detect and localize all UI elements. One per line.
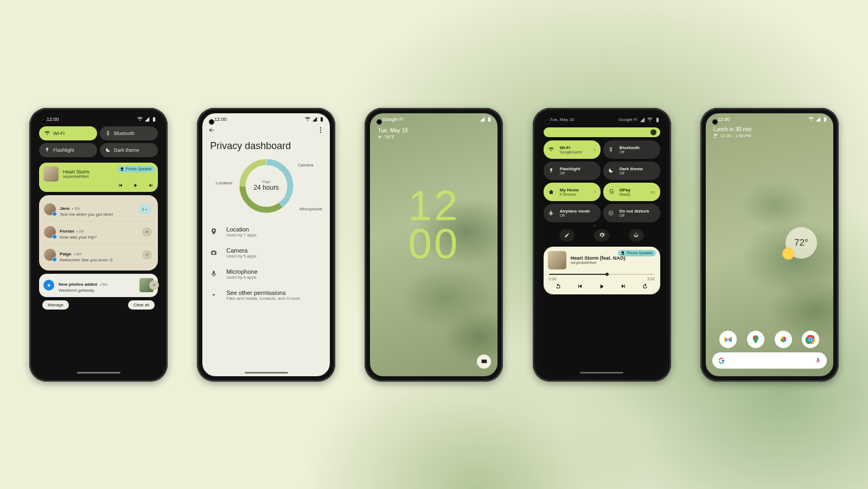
media-title: Heart Storm (feat. NAO) xyxy=(571,255,626,261)
forward-button[interactable] xyxy=(642,283,648,289)
media-progress[interactable] xyxy=(549,274,655,275)
back-button[interactable] xyxy=(208,126,215,134)
permission-see-more[interactable]: See other permissionsFiles and media, co… xyxy=(202,285,330,306)
wallet-shortcut-button[interactable] xyxy=(477,355,491,369)
tile-airplane[interactable]: Airplane modeOff xyxy=(544,204,601,222)
brightness-slider[interactable] xyxy=(544,127,660,137)
conversation-group: Jane • 2m Text me when you get here! 2 F… xyxy=(39,195,158,271)
wifi-status-icon xyxy=(305,117,310,122)
search-bar[interactable] xyxy=(712,352,827,369)
ring-label-large: 24 hours xyxy=(253,184,279,191)
avatar xyxy=(44,226,56,238)
perm-sub: Used by 7 apps xyxy=(226,233,257,237)
speaker-icon xyxy=(621,251,625,255)
prev-button[interactable] xyxy=(118,183,123,188)
avatar xyxy=(44,203,56,215)
play-button[interactable] xyxy=(598,283,605,290)
google-logo-icon xyxy=(718,357,725,364)
notif-jane[interactable]: Jane • 2m Text me when you get here! 2 xyxy=(43,198,154,221)
gmail-icon xyxy=(723,334,733,344)
maps-app[interactable] xyxy=(747,331,764,348)
tile-flashlight[interactable]: FlashlightOff xyxy=(544,162,601,180)
page-title: Privacy dashboard xyxy=(210,140,322,152)
wifi-icon xyxy=(548,147,554,152)
ring-label-small: Past xyxy=(263,180,270,184)
calendar-icon xyxy=(713,133,718,138)
notif-count-expander[interactable]: 2 xyxy=(138,204,152,214)
camera-hole xyxy=(712,119,718,125)
notif-sender: Florian xyxy=(60,229,74,234)
tile-darktheme[interactable]: Dark themeOff xyxy=(603,162,660,180)
camera-icon xyxy=(210,249,218,256)
mic-icon[interactable] xyxy=(815,357,821,364)
tile-bluetooth[interactable]: BluetoothOff xyxy=(603,140,660,159)
edit-icon xyxy=(564,232,570,238)
qs-wifi-tile[interactable]: Wi-Fi xyxy=(39,126,97,140)
next-button[interactable] xyxy=(620,283,627,289)
tile-dnd[interactable]: Do not disturbOff xyxy=(603,204,660,222)
lock-clock: 12 00 xyxy=(370,186,497,262)
tile-wifi[interactable]: Wi-FiGoogleGuest› xyxy=(544,140,601,159)
perm-sub: Used by 6 apps xyxy=(226,275,257,280)
avatar xyxy=(44,249,56,261)
media-card-expanded[interactable]: Phone Speaker Heart Storm (feat. NAO) se… xyxy=(544,247,660,294)
clear-all-button[interactable]: Clear all xyxy=(128,300,155,310)
notif-meta: • 2m xyxy=(74,252,81,256)
notif-footer: Manage Clear all xyxy=(35,300,162,310)
chrome-app[interactable] xyxy=(802,331,819,348)
dnd-icon xyxy=(608,210,614,216)
output-chip[interactable]: Phone Speaker xyxy=(618,250,655,256)
replay-button[interactable] xyxy=(555,283,561,289)
system-shortcuts xyxy=(538,229,666,244)
overflow-menu-button[interactable] xyxy=(317,126,324,134)
bluetooth-icon xyxy=(105,131,111,136)
gesture-nav-bar[interactable] xyxy=(580,372,623,374)
tile-home[interactable]: My Home6 Devices› xyxy=(544,183,601,201)
power-button[interactable] xyxy=(629,229,644,241)
qs-darktheme-tile[interactable]: Dark theme xyxy=(100,143,158,157)
perm-title: See other permissions xyxy=(226,289,300,296)
notif-expander[interactable] xyxy=(149,280,159,290)
weather-temp: 72° xyxy=(794,237,808,248)
next-button[interactable] xyxy=(148,183,154,188)
wifi-status-icon xyxy=(647,117,653,123)
phone-lockscreen: Google Fi Tue, May 18 ☀ 76°F 12 00 xyxy=(365,108,503,382)
notif-meta: • 2m xyxy=(76,229,84,233)
gesture-nav-bar[interactable] xyxy=(77,372,120,374)
permission-location[interactable]: LocationUsed by 7 apps xyxy=(202,221,330,242)
notif-florian[interactable]: Florian • 2m How was your trip? xyxy=(43,221,154,243)
photos-notification[interactable]: ✦ New photos added • 5m Weekend getaway xyxy=(39,274,158,297)
usage-ring-chart: Past 24 hours Location Camera Microphone xyxy=(237,156,296,216)
notif-expander[interactable] xyxy=(142,227,152,237)
chevron-down-icon xyxy=(145,230,149,234)
perm-title: Camera xyxy=(226,247,257,254)
manage-button[interactable]: Manage xyxy=(42,300,69,310)
weather-widget[interactable]: 72° xyxy=(786,227,817,259)
gesture-nav-bar[interactable] xyxy=(245,372,288,374)
settings-button[interactable] xyxy=(594,229,609,241)
permission-microphone[interactable]: MicrophoneUsed by 6 apps xyxy=(202,263,330,285)
gmail-app[interactable] xyxy=(719,331,737,348)
output-chip[interactable]: Phone Speaker xyxy=(117,166,155,172)
photos-app[interactable] xyxy=(775,331,792,348)
edit-tiles-button[interactable] xyxy=(559,229,575,241)
notif-sender: Jane xyxy=(60,206,69,211)
signal-icon xyxy=(312,117,317,122)
qs-wifi-label: Wi-Fi xyxy=(53,131,65,136)
qs-bluetooth-tile[interactable]: Bluetooth xyxy=(100,126,158,140)
album-art xyxy=(548,251,566,269)
notif-paige[interactable]: Paige • 2m Awesome! See you soon :0 xyxy=(43,243,154,266)
qs-flashlight-tile[interactable]: Flashlight xyxy=(39,143,97,157)
prev-button[interactable] xyxy=(577,283,583,289)
notif-expander[interactable] xyxy=(142,250,152,260)
tile-gpay[interactable]: GGPayReady▭ xyxy=(603,183,660,201)
chrome-icon xyxy=(805,334,816,345)
play-button[interactable] xyxy=(133,183,138,188)
phone-privacy-dashboard: 12:00 Privacy dashboard Past 24 hours Lo… xyxy=(197,108,335,382)
sun-icon xyxy=(782,248,794,260)
flashlight-icon xyxy=(44,147,50,153)
permission-camera[interactable]: CameraUsed by 5 apps xyxy=(202,242,330,263)
expand-icon xyxy=(210,291,218,299)
media-card[interactable]: Phone Speaker Heart Storm serpentwithfee… xyxy=(39,163,158,192)
phone-expanded-quicksettings: Tue, May 18 Google Fi Wi-FiGoogleGuest› … xyxy=(533,108,671,382)
